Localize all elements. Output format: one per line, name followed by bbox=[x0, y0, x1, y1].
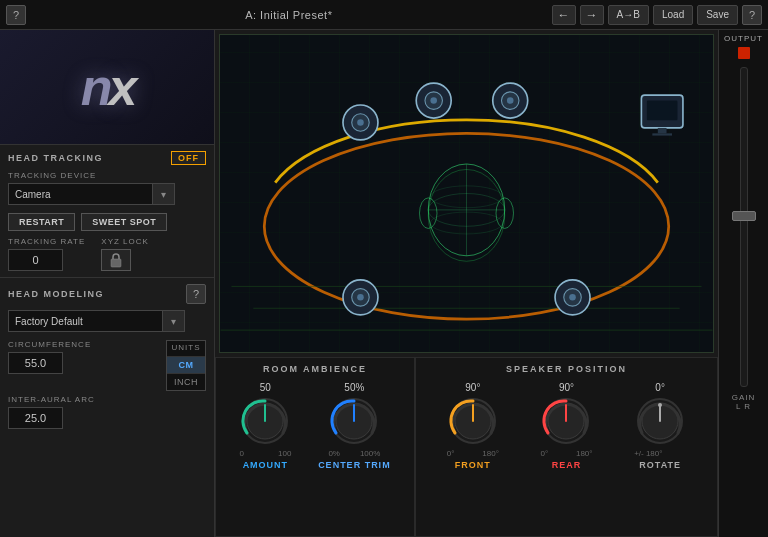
xyz-lock-col: XYZ LOCK bbox=[101, 237, 149, 271]
sweet-spot-button[interactable]: SWEET SPOT bbox=[81, 213, 167, 231]
fader-track bbox=[740, 67, 748, 387]
amount-label: AMOUNT bbox=[243, 460, 289, 470]
tracking-rate-col: TRACKING RATE 0 bbox=[8, 237, 85, 271]
xyz-lock-button[interactable] bbox=[101, 249, 131, 271]
nx-logo: nx bbox=[81, 57, 134, 117]
circumference-input[interactable] bbox=[8, 352, 63, 374]
circumference-label: CIRCUMFERENCE bbox=[8, 340, 91, 349]
front-value: 90° bbox=[465, 382, 480, 393]
circumference-row: CIRCUMFERENCE UNITS CM INCH bbox=[8, 340, 206, 391]
ab-button[interactable]: A→B bbox=[608, 5, 649, 25]
rear-range: 0° 180° bbox=[540, 449, 592, 458]
preset-name: A: Initial Preset* bbox=[26, 9, 552, 21]
tracking-device-select[interactable]: Camera bbox=[8, 183, 153, 205]
rear-label: REAR bbox=[552, 460, 582, 470]
gain-label: GAIN bbox=[732, 393, 756, 402]
prev-preset-button[interactable]: ← bbox=[552, 5, 576, 25]
left-panel: nx HEAD TRACKING OFF TRACKING DEVICE Cam… bbox=[0, 30, 215, 537]
load-button[interactable]: Load bbox=[653, 5, 693, 25]
rear-value: 90° bbox=[559, 382, 574, 393]
head-modeling-preset-select[interactable]: Factory Default bbox=[8, 310, 163, 332]
logo-area: nx bbox=[0, 30, 214, 145]
svg-point-25 bbox=[357, 294, 364, 301]
restart-button[interactable]: RESTART bbox=[8, 213, 75, 231]
rear-knob-group: 90° 0° 180° REAR bbox=[540, 382, 592, 470]
inter-aural-label: INTER-AURAL ARC bbox=[8, 395, 206, 404]
rotate-label: ROTATE bbox=[639, 460, 681, 470]
front-knob-group: 90° 0° 180° FRONT bbox=[447, 382, 499, 470]
room-ambience-knobs: 50 0 100 bbox=[226, 382, 404, 470]
head-modeling-title: HEAD MODELING bbox=[8, 289, 104, 299]
center-area: ROOM AMBIENCE 50 bbox=[215, 30, 718, 537]
top-bar: ? A: Initial Preset* ← → A→B Load Save ? bbox=[0, 0, 768, 30]
amount-knob-group: 50 0 100 bbox=[239, 382, 291, 470]
amount-range: 0 100 bbox=[239, 449, 291, 458]
front-knob[interactable] bbox=[447, 395, 499, 447]
head-modeling-dropdown-row: Factory Default ▾ bbox=[8, 310, 206, 332]
units-box: UNITS CM INCH bbox=[166, 340, 206, 391]
tracking-off-button[interactable]: OFF bbox=[171, 151, 206, 165]
unit-inch-option[interactable]: INCH bbox=[167, 374, 205, 390]
xyz-lock-label: XYZ LOCK bbox=[101, 237, 149, 246]
center-trim-knob-group: 50% 0% 100% CENTER bbox=[318, 382, 391, 470]
fader-handle[interactable] bbox=[732, 211, 756, 221]
output-indicator bbox=[738, 47, 750, 59]
topbar-help-button[interactable]: ? bbox=[742, 5, 762, 25]
bottom-row: ROOM AMBIENCE 50 bbox=[215, 357, 718, 537]
front-range: 0° 180° bbox=[447, 449, 499, 458]
speaker-position-title: SPEAKER POSITION bbox=[426, 364, 707, 374]
front-label: FRONT bbox=[455, 460, 491, 470]
room-svg bbox=[220, 35, 713, 352]
lock-icon bbox=[109, 252, 123, 268]
amount-value: 50 bbox=[260, 382, 271, 393]
head-modeling-dropdown-arrow[interactable]: ▾ bbox=[163, 310, 185, 332]
output-label: OUTPUT bbox=[724, 34, 763, 43]
head-modeling-header: HEAD MODELING ? bbox=[8, 284, 206, 304]
room-ambience-title: ROOM AMBIENCE bbox=[226, 364, 404, 374]
svg-point-22 bbox=[507, 97, 514, 104]
center-trim-range: 0% 100% bbox=[328, 449, 380, 458]
center-trim-label: CENTER TRIM bbox=[318, 460, 391, 470]
svg-point-16 bbox=[357, 119, 364, 126]
3d-visualization bbox=[219, 34, 714, 353]
svg-rect-30 bbox=[647, 101, 678, 121]
output-panel: OUTPUT GAIN L R bbox=[718, 30, 768, 537]
tracking-device-row: Camera ▾ bbox=[8, 183, 206, 205]
tracking-rate-label: TRACKING RATE bbox=[8, 237, 85, 246]
rotate-range: +/- 180° bbox=[634, 449, 686, 458]
svg-point-48 bbox=[658, 403, 662, 407]
head-modeling-section: HEAD MODELING ? Factory Default ▾ CIRCUM… bbox=[0, 278, 214, 537]
head-tracking-header: HEAD TRACKING OFF bbox=[8, 151, 206, 165]
svg-rect-32 bbox=[652, 133, 672, 135]
svg-rect-0 bbox=[111, 259, 121, 267]
inter-aural-input[interactable] bbox=[8, 407, 63, 429]
room-ambience-section: ROOM AMBIENCE 50 bbox=[215, 357, 415, 537]
unit-cm-option[interactable]: CM bbox=[167, 357, 205, 373]
head-modeling-help-button[interactable]: ? bbox=[186, 284, 206, 304]
amount-knob[interactable] bbox=[239, 395, 291, 447]
tracking-device-label: TRACKING DEVICE bbox=[8, 171, 206, 180]
save-button[interactable]: Save bbox=[697, 5, 738, 25]
device-dropdown-arrow[interactable]: ▾ bbox=[153, 183, 175, 205]
inter-aural-section: INTER-AURAL ARC bbox=[8, 395, 206, 429]
tracking-buttons-row: RESTART SWEET SPOT bbox=[8, 213, 206, 231]
help-button[interactable]: ? bbox=[6, 5, 26, 25]
svg-rect-31 bbox=[658, 128, 667, 133]
rotate-knob-group: 0° +/- 180° ROTATE bbox=[634, 382, 686, 470]
center-trim-knob[interactable] bbox=[328, 395, 380, 447]
center-trim-value: 50% bbox=[344, 382, 364, 393]
speaker-position-section: SPEAKER POSITION 90° 0° bbox=[415, 357, 718, 537]
speaker-position-knobs: 90° 0° 180° FRONT bbox=[426, 382, 707, 470]
svg-point-28 bbox=[569, 294, 576, 301]
next-preset-button[interactable]: → bbox=[580, 5, 604, 25]
svg-point-19 bbox=[430, 97, 437, 104]
main-layout: nx HEAD TRACKING OFF TRACKING DEVICE Cam… bbox=[0, 30, 768, 537]
rotate-value: 0° bbox=[655, 382, 665, 393]
rotate-knob[interactable] bbox=[634, 395, 686, 447]
head-tracking-section: HEAD TRACKING OFF TRACKING DEVICE Camera… bbox=[0, 145, 214, 278]
head-tracking-title: HEAD TRACKING bbox=[8, 153, 103, 163]
units-label: UNITS bbox=[172, 341, 201, 353]
circumference-col: CIRCUMFERENCE bbox=[8, 340, 91, 391]
rear-knob[interactable] bbox=[540, 395, 592, 447]
tracking-rate-input[interactable]: 0 bbox=[8, 249, 63, 271]
